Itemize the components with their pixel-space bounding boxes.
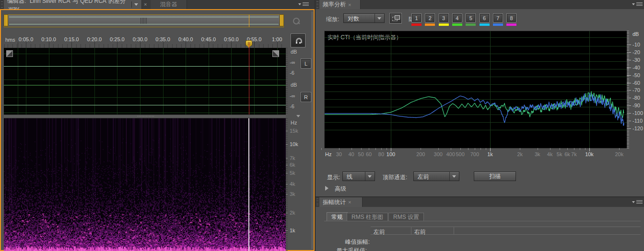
spectral-scale: 15k10k7k6k5k4k3k2k1k <box>286 118 314 251</box>
stats-panel-tabbar: 振幅统计 × <box>316 197 644 207</box>
fade-in-handle[interactable] <box>6 50 13 57</box>
stats-panel-menu-icon[interactable] <box>632 200 644 205</box>
spectral-tick-label: 7k <box>290 155 295 161</box>
ruler-time-label: 0:05.0 <box>15 36 36 42</box>
tab-amplitude-statistics[interactable]: 振幅统计 × <box>319 197 363 207</box>
tab-close-icon[interactable]: × <box>348 199 351 205</box>
spectral-tick-mark <box>286 194 288 194</box>
snap-magnet-button[interactable] <box>291 34 305 47</box>
advanced-label[interactable]: 高级 <box>335 185 346 192</box>
spectral-tick-mark <box>286 213 288 213</box>
panel-drag-grip[interactable] <box>316 1 318 8</box>
tab-rms-histogram[interactable]: RMS 柱形图 <box>347 213 388 221</box>
freq-tick-mark <box>386 148 387 150</box>
freq-tick-mark <box>538 148 538 150</box>
freq-tick-mark <box>468 148 468 150</box>
tab-editor[interactable]: 编辑器: "Linn Silver RCA"与"QED RCA"的差分 .wav <box>4 0 142 9</box>
editor-vertical-scrollbar[interactable] <box>311 11 313 249</box>
frequency-curves <box>325 31 627 148</box>
freq-tick-label: 10k <box>582 151 597 157</box>
tab-close-icon[interactable]: × <box>348 2 351 8</box>
navbar-left-handle[interactable] <box>4 14 8 26</box>
copy-to-clipboard-button[interactable] <box>389 13 402 23</box>
hide-channel-button-6[interactable]: 6 <box>480 13 490 23</box>
panel-drag-grip[interactable] <box>316 199 318 205</box>
hide-channel-button-1[interactable]: 1 <box>411 13 422 23</box>
waveform-display[interactable] <box>4 48 286 114</box>
tab-editor-close-icon[interactable]: × <box>144 1 147 7</box>
spectrogram-display[interactable] <box>4 118 286 251</box>
panel-drag-grip[interactable] <box>1 1 3 8</box>
magnet-icon <box>295 37 302 44</box>
editor-panel-menu-icon[interactable] <box>298 2 310 7</box>
channel-color-swatch <box>506 23 516 26</box>
tab-mixer-label: 混音器 <box>160 0 177 9</box>
channel-color-swatch <box>425 23 435 26</box>
dropdown-arrow-icon <box>365 172 375 181</box>
channel-color-swatch <box>439 23 449 26</box>
hide-channel-button-4[interactable]: 4 <box>452 13 462 23</box>
db-axis: dB -10-20-30-40-50-60-70-80-90-100-110-1… <box>627 31 644 148</box>
row-label-max-sample-value: 最大采样值: <box>314 247 367 251</box>
tab-frequency-analysis[interactable]: 频率分析 × <box>319 0 361 9</box>
spectral-tick-mark <box>286 184 288 184</box>
navbar-grip[interactable] <box>141 18 147 24</box>
tab-rms-settings[interactable]: RMS 设置 <box>388 213 424 221</box>
zoom-mode-dropdown[interactable]: 对数 <box>343 13 385 23</box>
channel-right-button[interactable]: R <box>301 92 311 102</box>
hide-channel-button-2[interactable]: 2 <box>425 13 435 23</box>
spectral-tick-label: 15k <box>290 128 298 134</box>
db-tick-label: -100 <box>632 110 643 116</box>
column-header-front-right[interactable]: 右前 <box>411 227 454 234</box>
zoom-navigate-icon[interactable] <box>291 16 302 27</box>
freq-panel-menu-icon[interactable] <box>632 2 644 7</box>
freq-tick-mark <box>460 148 461 150</box>
frequency-axis: Hz 30405060801002003004005007001k2k3k4k5… <box>324 148 631 159</box>
channel-left-button[interactable]: L <box>301 58 311 68</box>
editor-tab-dropdown-icon[interactable] <box>131 1 138 8</box>
splitter-grip <box>137 115 154 117</box>
hide-channel-button-7[interactable]: 7 <box>493 13 503 23</box>
db-tick-mark <box>627 105 631 106</box>
navbar-waveform-line <box>9 24 279 24</box>
scan-button[interactable]: 扫描 <box>474 171 516 181</box>
spectral-tick-label: 3k <box>290 191 295 197</box>
ruler-time-label: 0:35.0 <box>152 36 174 42</box>
audition-window: 编辑器: "Linn Silver RCA"与"QED RCA"的差分 .wav… <box>0 0 644 251</box>
navbar-cti-line <box>249 15 249 27</box>
view-splitter[interactable] <box>4 114 286 118</box>
freq-tick-label: 7k <box>566 151 582 157</box>
waveform-right-silence-line <box>4 105 286 105</box>
spectral-tick-mark <box>286 230 288 231</box>
column-header-front-left[interactable]: 左前 <box>371 227 411 234</box>
fade-out-handle[interactable] <box>272 50 279 57</box>
display-mode-dropdown[interactable]: 线 <box>342 171 375 181</box>
ruler-time-label: 0:25.0 <box>106 36 128 42</box>
freq-tick-label: 20k <box>611 151 627 157</box>
freq-tick-label: 1k <box>482 151 498 157</box>
freq-tick-label: 100 <box>383 151 398 157</box>
freq-tick-mark <box>391 148 391 151</box>
waveform-gridline <box>4 113 286 113</box>
freq-tick-mark <box>619 148 620 150</box>
tab-mixer[interactable]: 混音器 <box>151 0 187 9</box>
timeline-zoom-scrollbar[interactable] <box>4 14 284 27</box>
ruler-time-label: 0:40.0 <box>175 36 196 42</box>
db-tick-mark <box>627 83 631 83</box>
advanced-expander-icon[interactable] <box>325 186 331 191</box>
navbar-right-handle[interactable] <box>280 14 284 26</box>
db-tick-mark <box>627 90 631 91</box>
time-ruler[interactable]: 0:05.00:10.00:15.00:20.00:25.00:30.00:35… <box>4 36 286 42</box>
dropdown-arrow-icon <box>449 172 459 181</box>
hide-channel-button-3[interactable]: 3 <box>439 13 449 23</box>
scale-tick: -6 <box>290 70 294 76</box>
row-label-peak-amplitude: 峰值振幅: <box>317 238 370 246</box>
channel-color-swatch <box>452 23 462 26</box>
tab-general[interactable]: 常规 <box>327 212 348 221</box>
ruler-time-label: 1:00 <box>267 36 286 42</box>
hide-channel-button-8[interactable]: 8 <box>506 13 516 23</box>
hide-channel-button-5[interactable]: 5 <box>466 13 476 23</box>
tab-frequency-analysis-label: 频率分析 <box>323 0 346 9</box>
freq-tick-mark <box>520 148 520 150</box>
top-channel-dropdown[interactable]: 左前 <box>413 171 459 181</box>
